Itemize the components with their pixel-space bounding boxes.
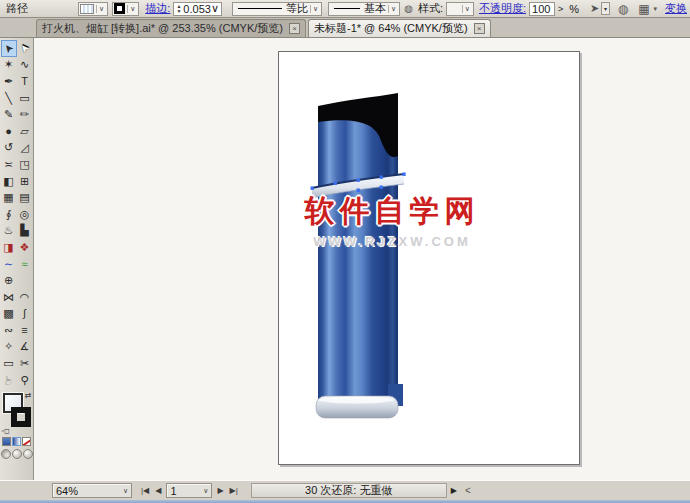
scale-tool[interactable]: ◿ <box>17 140 33 157</box>
tool-rows: ➤ ➤ ✶ ∿ ✒ T <box>1 40 33 388</box>
hand-tool[interactable]: ☞ <box>1 372 17 389</box>
blob-brush-tool[interactable]: ● <box>1 123 17 140</box>
gradient-button[interactable] <box>12 437 21 446</box>
rectangle-tool[interactable]: ▭ <box>17 90 33 107</box>
lighter-body[interactable] <box>318 112 398 404</box>
status-info-panel[interactable]: 30 次还原: 无重做 <box>251 483 447 498</box>
default-fill-stroke-icon[interactable]: ▫◻ <box>2 427 10 435</box>
free-transform-tool[interactable]: ◳ <box>17 156 33 173</box>
arc-tool[interactable]: ◠ <box>17 289 33 306</box>
tools-panel: ➤ ➤ ✶ ∿ ✒ T <box>0 38 34 480</box>
tool-row: ♨ ▙ <box>1 223 33 240</box>
angle-tool[interactable]: ∡ <box>17 339 33 356</box>
slice-tool[interactable]: ✂ <box>17 355 33 372</box>
document-canvas[interactable]: 软件自学网 WWW.RJZXW.COM <box>34 38 690 480</box>
lines-tool[interactable]: ≡ <box>17 322 33 339</box>
prev-page-button[interactable]: ◀ <box>152 486 164 495</box>
width-tool[interactable]: ≍ <box>1 156 17 173</box>
gradient-tool[interactable]: ▤ <box>17 189 33 206</box>
options-icon[interactable]: ◍ <box>404 3 413 14</box>
stroke-weight-field[interactable]: ▲▼ 0.053 ∨ <box>173 2 222 16</box>
pattern-tool[interactable]: ▩ <box>1 306 17 323</box>
align-grid-icon[interactable]: ▦ <box>638 2 649 16</box>
paintbrush-tool[interactable]: ✎ <box>1 106 17 123</box>
width-profile-swatch-dropdown[interactable]: ∨ <box>78 2 108 16</box>
chevron-down-icon: ∨ <box>96 5 106 13</box>
tool-row: ✶ ∿ <box>1 57 33 74</box>
opacity-value: 100 <box>532 3 550 15</box>
zoom-level-dropdown[interactable]: 64% ∨ <box>52 483 132 498</box>
direct-selection-tool[interactable]: ➤ <box>17 40 33 57</box>
stroke-swatch[interactable] <box>11 407 31 427</box>
swap-fill-stroke-icon[interactable]: ⇄ <box>25 391 32 400</box>
chevron-down-icon: ∨ <box>462 5 472 13</box>
artboard-tool[interactable]: ▭ <box>1 355 17 372</box>
stroke-color-dropdown[interactable]: ∨ <box>112 2 139 16</box>
rotate-tool[interactable]: ↺ <box>1 140 17 157</box>
tool-row: ◧ ⊞ <box>1 173 33 190</box>
line-segment-tool[interactable]: ╲ <box>1 90 17 107</box>
tool-row: ▦ ▤ <box>1 189 33 206</box>
curvature-tool[interactable]: ∼ <box>1 256 17 273</box>
type-tool[interactable]: T <box>17 73 33 90</box>
next-page-button[interactable]: ▶ <box>214 486 226 495</box>
close-icon[interactable]: × <box>474 23 485 34</box>
close-icon[interactable]: × <box>289 23 300 34</box>
squiggle-tool[interactable]: ∾ <box>1 322 17 339</box>
opacity-spinner-icon[interactable]: > <box>558 4 563 14</box>
symbol-sprayer-tool[interactable]: ♨ <box>1 223 17 240</box>
select-similar-dropdown-icon[interactable]: ▾ <box>601 2 609 15</box>
chevron-down-icon: ∨ <box>211 2 219 15</box>
status-expand-icon[interactable]: ▶ <box>451 486 457 495</box>
live-paint-bucket-tool[interactable]: ◨ <box>1 239 17 256</box>
draw-normal-button[interactable] <box>1 449 11 459</box>
perspective-grid-tool[interactable]: ⊞ <box>17 173 33 190</box>
smooth-tool[interactable]: ≈ <box>17 256 33 273</box>
status-collapse-icon[interactable]: < <box>465 485 471 496</box>
crosshair-tool[interactable]: ⊕ <box>1 272 17 289</box>
select-similar-icon[interactable]: ➤ <box>590 2 599 15</box>
draw-inside-button[interactable] <box>23 449 33 459</box>
color-button[interactable] <box>2 437 11 446</box>
last-page-button[interactable]: ▶| <box>227 486 241 495</box>
eraser-tool[interactable]: ▱ <box>17 123 33 140</box>
mesh-tool[interactable]: ▦ <box>1 189 17 206</box>
lasso-tool[interactable]: ∿ <box>17 57 33 74</box>
measure-tool[interactable]: ✧ <box>1 339 17 356</box>
live-paint-selection-tool[interactable]: ❖ <box>17 239 33 256</box>
width-profile-swatch-icon <box>80 4 94 14</box>
column-graph-tool[interactable]: ▙ <box>17 223 33 240</box>
blend-tool[interactable]: ◎ <box>17 206 33 223</box>
brush-definition-dropdown[interactable]: 基本 ∨ <box>328 2 400 16</box>
none-button[interactable] <box>22 437 31 446</box>
eyedropper-tool[interactable]: ∮ <box>1 206 17 223</box>
align-dropdown-icon[interactable]: ▾ <box>653 5 657 13</box>
pencil-tool[interactable]: ✏ <box>17 106 33 123</box>
color-mode-buttons <box>2 437 31 446</box>
fill-stroke-swatches: ⇄ ▫◻ <box>2 391 32 435</box>
graphic-style-dropdown[interactable]: ∨ <box>446 2 474 16</box>
tab-document-1[interactable]: 打火机、烟缸 [转换].ai* @ 253.35% (CMYK/预览) × <box>36 19 306 37</box>
shape-builder-tool[interactable]: ◧ <box>1 173 17 190</box>
opacity-link[interactable]: 不透明度: <box>479 1 526 16</box>
variable-width-profile-dropdown[interactable]: 等比 ∨ <box>232 2 322 16</box>
first-page-button[interactable]: |◀ <box>138 486 152 495</box>
zoom-tool[interactable]: ⚲ <box>17 372 33 389</box>
opacity-field[interactable]: 100 <box>529 2 555 16</box>
stepper-icon[interactable]: ▲▼ <box>176 4 181 14</box>
tool-row: ▭ ✂ <box>1 355 33 372</box>
magic-wand-tool[interactable]: ✶ <box>1 57 17 74</box>
tab-document-2[interactable]: 未标题-1* @ 64% (CMYK/预览) × <box>308 19 491 37</box>
draw-behind-button[interactable] <box>12 449 22 459</box>
wrinkle-tool[interactable]: ∫ <box>17 306 33 323</box>
selection-tool[interactable]: ➤ <box>1 40 17 57</box>
page-number-dropdown[interactable]: 1 ∨ <box>166 483 212 498</box>
recolor-artwork-icon[interactable]: ◍ <box>618 2 628 16</box>
blank-slot[interactable] <box>17 272 33 289</box>
lighter-artwork[interactable] <box>300 90 410 430</box>
transform-link[interactable]: 变换 <box>665 1 687 16</box>
envelope-distort-tool[interactable]: ⋈ <box>1 289 17 306</box>
stroke-link[interactable]: 描边: <box>145 1 170 16</box>
zoom-level-value: 64% <box>56 485 78 497</box>
pen-tool[interactable]: ✒ <box>1 73 17 90</box>
